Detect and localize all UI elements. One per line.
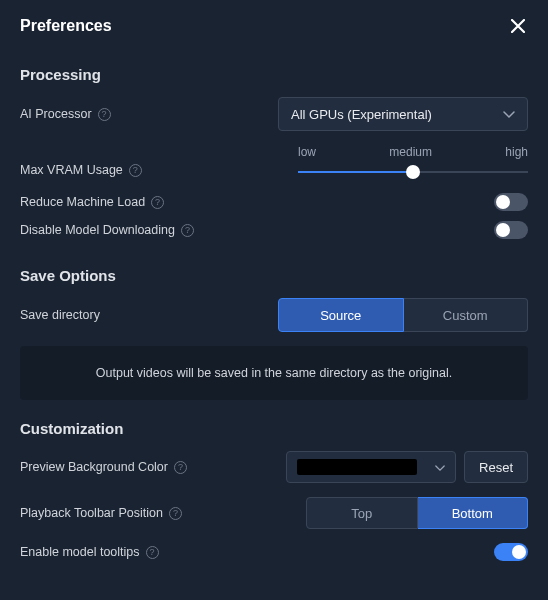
- chevron-down-icon: [503, 107, 515, 122]
- help-icon[interactable]: ?: [181, 224, 194, 237]
- vram-slider-wrap: low medium high: [298, 145, 528, 179]
- row-max-vram: Max VRAM Usage ? low medium high: [20, 145, 528, 179]
- section-customization-title: Customization: [20, 420, 528, 437]
- tooltips-label-group: Enable model tooltips ?: [20, 545, 159, 559]
- save-dir-source-option[interactable]: Source: [278, 298, 404, 332]
- close-button[interactable]: [508, 16, 528, 36]
- toggle-knob: [496, 223, 510, 237]
- tooltips-label: Enable model tooltips: [20, 545, 140, 559]
- row-ai-processor: AI Processor ? All GPUs (Experimental): [20, 97, 528, 131]
- section-save-title: Save Options: [20, 267, 528, 284]
- disable-download-toggle[interactable]: [494, 221, 528, 239]
- content-area: Processing AI Processor ? All GPUs (Expe…: [0, 52, 548, 595]
- save-dir-custom-option[interactable]: Custom: [404, 298, 529, 332]
- row-tooltips: Enable model tooltips ?: [20, 543, 528, 561]
- toggle-knob: [496, 195, 510, 209]
- row-disable-download: Disable Model Downloading ?: [20, 221, 528, 239]
- tooltips-toggle[interactable]: [494, 543, 528, 561]
- ai-processor-value: All GPUs (Experimental): [291, 107, 432, 122]
- reduce-load-label: Reduce Machine Load: [20, 195, 145, 209]
- help-icon[interactable]: ?: [98, 108, 111, 121]
- help-icon[interactable]: ?: [169, 507, 182, 520]
- bg-color-select[interactable]: [286, 451, 456, 483]
- max-vram-label: Max VRAM Usage: [20, 163, 123, 177]
- reduce-load-toggle[interactable]: [494, 193, 528, 211]
- ai-processor-select[interactable]: All GPUs (Experimental): [278, 97, 528, 131]
- max-vram-label-group: Max VRAM Usage ?: [20, 163, 142, 177]
- vram-slider-labels: low medium high: [298, 145, 528, 159]
- vram-slider[interactable]: [298, 165, 528, 179]
- color-swatch: [297, 459, 417, 475]
- disable-download-label: Disable Model Downloading: [20, 223, 175, 237]
- help-icon[interactable]: ?: [146, 546, 159, 559]
- toolbar-position-label-group: Playback Toolbar Position ?: [20, 506, 182, 520]
- help-icon[interactable]: ?: [151, 196, 164, 209]
- window-title: Preferences: [20, 17, 112, 35]
- slider-thumb[interactable]: [406, 165, 420, 179]
- chevron-down-icon: [435, 460, 445, 475]
- slider-track-fill: [298, 171, 413, 173]
- ai-processor-label-group: AI Processor ?: [20, 107, 111, 121]
- save-directory-label-group: Save directory: [20, 308, 100, 322]
- titlebar: Preferences: [0, 0, 548, 52]
- help-icon[interactable]: ?: [174, 461, 187, 474]
- save-info-box: Output videos will be saved in the same …: [20, 346, 528, 400]
- bg-color-label: Preview Background Color: [20, 460, 168, 474]
- disable-download-label-group: Disable Model Downloading ?: [20, 223, 194, 237]
- vram-medium-label: medium: [389, 145, 432, 159]
- save-directory-segmented: Source Custom: [278, 298, 528, 332]
- help-icon[interactable]: ?: [129, 164, 142, 177]
- bg-color-controls: Reset: [286, 451, 528, 483]
- row-reduce-load: Reduce Machine Load ?: [20, 193, 528, 211]
- vram-low-label: low: [298, 145, 316, 159]
- reset-button[interactable]: Reset: [464, 451, 528, 483]
- toolbar-position-segmented: Top Bottom: [306, 497, 528, 529]
- preferences-window: Preferences Processing AI Processor ? Al…: [0, 0, 548, 600]
- toolbar-top-option[interactable]: Top: [306, 497, 418, 529]
- row-save-directory: Save directory Source Custom: [20, 298, 528, 332]
- reduce-load-label-group: Reduce Machine Load ?: [20, 195, 164, 209]
- toggle-knob: [512, 545, 526, 559]
- row-toolbar-position: Playback Toolbar Position ? Top Bottom: [20, 497, 528, 529]
- vram-high-label: high: [505, 145, 528, 159]
- save-directory-label: Save directory: [20, 308, 100, 322]
- toolbar-position-label: Playback Toolbar Position: [20, 506, 163, 520]
- ai-processor-label: AI Processor: [20, 107, 92, 121]
- toolbar-bottom-option[interactable]: Bottom: [418, 497, 529, 529]
- bg-color-label-group: Preview Background Color ?: [20, 460, 187, 474]
- section-processing-title: Processing: [20, 66, 528, 83]
- close-icon: [511, 19, 525, 33]
- row-bg-color: Preview Background Color ? Reset: [20, 451, 528, 483]
